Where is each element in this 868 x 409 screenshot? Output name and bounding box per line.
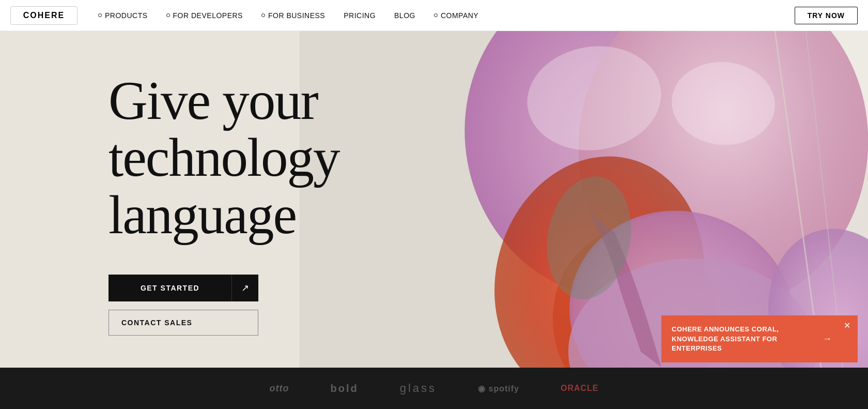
headline-line3: language (109, 185, 296, 245)
business-dot (261, 13, 265, 17)
partner-logo-bold: bold (330, 383, 358, 395)
partner-logo-spotify: ◉ spotify (478, 384, 519, 393)
nav-products-label: PRODUCTS (105, 11, 148, 20)
headline-line1: Give your (109, 70, 318, 131)
nav-blog-label: BLOG (394, 11, 415, 20)
partner-logos-banner: otto bold glass ◉ spotify ORACLE (0, 368, 868, 409)
navbar: cohere PRODUCTS FOR DEVELOPERS FOR BUSIN… (0, 0, 868, 31)
hero-headline: Give your technology language (109, 72, 522, 244)
announcement-toast: COHERE ANNOUNCES CORAL, KNOWLEDGE ASSIST… (661, 315, 858, 362)
products-dot (98, 13, 102, 17)
partner-logo-glass: glass (400, 382, 437, 395)
nav-for-business[interactable]: FOR BUSINESS (261, 11, 325, 20)
toast-text: COHERE ANNOUNCES CORAL, KNOWLEDGE ASSIST… (672, 325, 816, 353)
partner-logo-oracle: ORACLE (561, 384, 599, 393)
nav-for-business-label: FOR BUSINESS (268, 11, 325, 20)
hero-content: Give your technology language GET STARTE… (0, 31, 868, 336)
navbar-left: cohere PRODUCTS FOR DEVELOPERS FOR BUSIN… (10, 6, 478, 25)
nav-products[interactable]: PRODUCTS (98, 11, 148, 20)
partner-logo-otto: otto (269, 383, 289, 394)
nav-for-developers[interactable]: FOR DEVELOPERS (166, 11, 243, 20)
get-started-label: GET STARTED (109, 276, 231, 300)
navbar-right: TRY NOW (795, 7, 858, 24)
nav-for-developers-label: FOR DEVELOPERS (173, 11, 243, 20)
nav-company-label: COMPANY (441, 11, 478, 20)
contact-sales-button[interactable]: CONTACT SALES (109, 310, 258, 336)
toast-arrow-icon[interactable]: → (823, 334, 832, 344)
headline-line2: technology (109, 127, 339, 188)
nav-pricing-label: PRICING (344, 11, 376, 20)
company-dot (434, 13, 438, 17)
get-started-button[interactable]: GET STARTED ↗ (109, 275, 258, 301)
toast-close-icon[interactable]: ✕ (844, 322, 850, 330)
logo-text: cohere (23, 11, 65, 20)
get-started-arrow-icon: ↗ (231, 275, 258, 301)
main-nav: PRODUCTS FOR DEVELOPERS FOR BUSINESS PRI… (98, 11, 478, 20)
developers-dot (166, 13, 170, 17)
nav-blog[interactable]: BLOG (394, 11, 415, 20)
logo[interactable]: cohere (10, 6, 78, 25)
nav-company[interactable]: COMPANY (434, 11, 478, 20)
nav-pricing[interactable]: PRICING (344, 11, 376, 20)
try-now-button[interactable]: TRY NOW (795, 7, 858, 24)
